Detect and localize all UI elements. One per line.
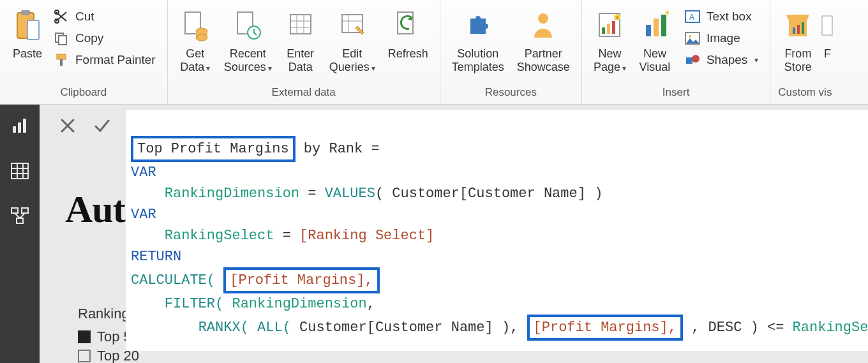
svg-rect-29 <box>612 21 615 34</box>
checkbox-icon <box>78 350 91 362</box>
recent-sources-label: Recent Sources <box>224 47 266 73</box>
svg-rect-43 <box>793 27 795 34</box>
svg-rect-8 <box>60 59 63 66</box>
enter-data-icon <box>287 6 315 45</box>
text-box-button[interactable]: A Text box <box>681 8 761 26</box>
svg-rect-46 <box>822 16 832 35</box>
commit-formula-button[interactable] <box>91 115 113 137</box>
view-rail <box>0 105 40 363</box>
svg-rect-44 <box>797 25 800 34</box>
highlight-profit-margins-1: [Profit Margins], <box>223 267 379 293</box>
person-icon <box>529 6 557 45</box>
svg-point-13 <box>196 34 207 41</box>
formula-editor[interactable]: Top Profit Margins by Rank = VAR Ranking… <box>126 110 868 351</box>
copy-button[interactable]: Copy <box>50 29 158 47</box>
new-visual-button[interactable]: ✶ New Visual <box>632 3 677 75</box>
dropdown-arrow-icon: ▾ <box>206 64 210 73</box>
svg-text:✶: ✶ <box>664 10 669 18</box>
ribbon-group-custom-visuals: From Store F Custom vis <box>770 0 839 104</box>
svg-point-39 <box>689 35 691 38</box>
paste-button[interactable]: Paste <box>5 3 50 62</box>
new-visual-label: New Visual <box>640 47 671 73</box>
group-label-insert: Insert <box>587 84 765 103</box>
svg-rect-45 <box>802 22 804 34</box>
from-file-icon <box>821 6 834 45</box>
model-view-button[interactable] <box>8 204 31 227</box>
svg-rect-56 <box>22 208 28 213</box>
cancel-formula-button[interactable] <box>57 115 79 137</box>
group-label-clipboard: Clipboard <box>5 84 162 103</box>
data-view-button[interactable] <box>8 159 31 182</box>
dropdown-arrow-icon: ▾ <box>754 56 758 64</box>
svg-rect-57 <box>17 218 23 223</box>
edit-queries-label: Edit Queries <box>329 47 370 73</box>
solution-templates-button[interactable]: Solution Templates <box>445 3 511 75</box>
from-file-button[interactable]: F <box>820 3 834 62</box>
enter-data-button[interactable]: Enter Data <box>278 3 323 75</box>
svg-rect-47 <box>13 126 16 133</box>
partner-showcase-label: Partner Showcase <box>517 47 570 73</box>
svg-rect-7 <box>57 54 66 59</box>
get-data-icon <box>181 6 209 45</box>
recent-sources-button[interactable]: Recent Sources▾ <box>218 3 278 75</box>
report-view-button[interactable] <box>8 115 31 138</box>
image-icon <box>684 31 701 46</box>
highlight-profit-margins-2: [Profit Margins], <box>527 315 683 341</box>
new-page-button[interactable]: ✶ New Page▾ <box>587 3 632 75</box>
svg-rect-16 <box>290 15 311 34</box>
svg-rect-50 <box>11 163 28 179</box>
svg-line-59 <box>20 213 25 218</box>
svg-text:A: A <box>689 13 694 22</box>
svg-rect-40 <box>686 57 692 64</box>
partner-showcase-button[interactable]: Partner Showcase <box>511 3 576 75</box>
group-label-external-data: External data <box>173 84 435 103</box>
edit-queries-button[interactable]: Edit Queries▾ <box>323 3 382 75</box>
refresh-label: Refresh <box>388 47 428 61</box>
report-canvas[interactable]: Aut Ranking Top 5Top 20Top 50 Top Profit… <box>40 105 868 363</box>
group-label-custom: Custom vis <box>775 84 834 103</box>
format-painter-label: Format Painter <box>75 53 156 67</box>
get-data-label: Get Data <box>180 47 204 73</box>
svg-rect-27 <box>602 27 605 34</box>
dropdown-arrow-icon: ▾ <box>371 64 375 73</box>
image-button[interactable]: Image <box>681 29 761 47</box>
format-painter-button[interactable]: Format Painter <box>50 51 158 69</box>
text-box-icon: A <box>684 9 701 24</box>
svg-rect-24 <box>398 12 413 34</box>
brush-icon <box>52 52 70 68</box>
refresh-icon <box>394 6 422 45</box>
svg-text:✶: ✶ <box>615 14 620 21</box>
edit-queries-icon <box>338 6 366 45</box>
shapes-label: Shapes <box>707 53 747 67</box>
svg-rect-6 <box>59 36 66 45</box>
svg-rect-48 <box>18 122 21 133</box>
svg-rect-2 <box>27 20 39 40</box>
copy-label: Copy <box>75 31 103 45</box>
get-data-button[interactable]: Get Data▾ <box>173 3 218 75</box>
cut-button[interactable]: Cut <box>50 8 158 26</box>
recent-sources-icon <box>234 6 262 45</box>
from-store-button[interactable]: From Store <box>775 3 820 75</box>
ribbon-group-resources: Solution Templates Partner Showcase Reso… <box>440 0 582 104</box>
store-icon <box>784 6 812 45</box>
ribbon: Paste Cut Copy <box>0 0 868 105</box>
refresh-button[interactable]: Refresh <box>382 3 435 62</box>
svg-rect-28 <box>607 24 610 34</box>
new-visual-icon: ✶ <box>641 6 669 45</box>
text-box-label: Text box <box>707 10 752 24</box>
ribbon-group-external-data: Get Data▾ Recent Sources▾ Enter Data Edi… <box>168 0 440 104</box>
group-label-resources: Resources <box>445 84 576 103</box>
paste-label: Paste <box>13 47 42 61</box>
svg-point-25 <box>538 13 548 24</box>
enter-data-label: Enter Data <box>287 47 314 73</box>
svg-rect-1 <box>21 10 30 15</box>
shapes-button[interactable]: Shapes▾ <box>681 51 761 69</box>
svg-line-58 <box>15 213 20 218</box>
scissors-icon <box>52 9 70 24</box>
svg-rect-34 <box>661 15 666 36</box>
dropdown-arrow-icon: ▾ <box>622 64 626 73</box>
svg-point-41 <box>692 55 700 63</box>
from-store-label: From Store <box>784 47 812 73</box>
new-page-label: New Page <box>594 47 622 73</box>
ribbon-group-clipboard: Paste Cut Copy <box>0 0 168 104</box>
